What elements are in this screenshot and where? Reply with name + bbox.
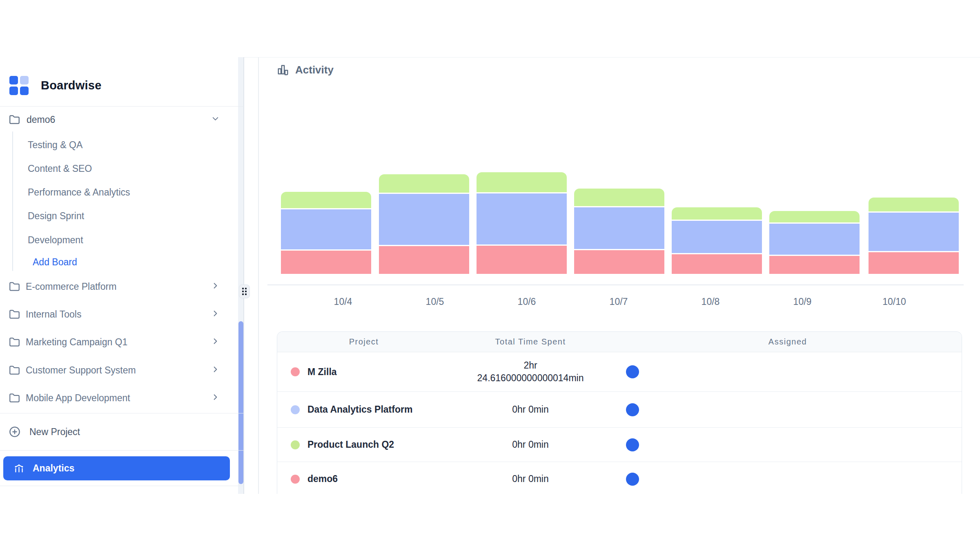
project-name: M Zilla <box>307 352 337 391</box>
bar-segment-10/6-product-launch-q2 <box>477 172 567 192</box>
x-axis-label: 10/4 <box>318 296 368 307</box>
project-name: Product Launch Q2 <box>307 428 394 462</box>
bar-segment-10/8-m-zilla <box>672 254 762 274</box>
table-header-row: ProjectTotal Time SpentAssigned <box>277 332 962 352</box>
folder-icon <box>9 337 20 348</box>
bar-segment-10/5-product-launch-q2 <box>379 174 469 193</box>
app-logo-row: Boardwise <box>9 75 101 96</box>
project-label: Mobile App Development <box>26 393 130 404</box>
x-axis-label: 10/8 <box>686 296 735 307</box>
new-project-label: New Project <box>29 427 80 438</box>
bar-segment-10/5-m-zilla <box>379 246 469 274</box>
bar-segment-10/4-product-launch-q2 <box>281 192 371 208</box>
bar-segment-10/8-data-analytics-platform <box>672 221 762 253</box>
board-label: Content & SEO <box>28 163 92 174</box>
chart-x-axis-line <box>267 284 964 285</box>
sidebar-item-analytics[interactable]: Analytics <box>3 456 230 480</box>
bar-segment-10/8-product-launch-q2 <box>672 207 762 220</box>
board-label: Design Sprint <box>28 211 84 222</box>
bar-segment-10/6-m-zilla <box>477 246 567 274</box>
bar-segment-10/6-data-analytics-platform <box>477 193 567 244</box>
boardwise-logo-icon <box>9 76 29 95</box>
activity-header: Activity <box>277 61 334 78</box>
project-label: Internal Tools <box>26 309 81 320</box>
sidebar-project-customer-support-system[interactable]: Customer Support System <box>0 361 237 379</box>
sidebar-divider <box>0 413 244 413</box>
sidebar-board-content-seo[interactable]: Content & SEO <box>0 160 237 178</box>
sidebar-divider <box>0 106 244 107</box>
project-label: demo6 <box>27 114 55 125</box>
x-axis-label: 10/9 <box>778 296 827 307</box>
x-axis-label: 10/10 <box>870 296 919 307</box>
column-header-total-time-spent: Total Time Spent <box>495 332 566 352</box>
folder-icon <box>9 309 20 320</box>
board-label: Performance & Analytics <box>28 187 130 198</box>
sidebar-board-development[interactable]: Development <box>0 231 237 249</box>
total-time-spent: 0hr 0min <box>469 392 592 427</box>
chevron-right-icon[interactable] <box>211 365 220 376</box>
bar-segment-10/9-data-analytics-platform <box>769 224 860 255</box>
project-label: Customer Support System <box>26 365 136 376</box>
sidebar-right-border <box>243 57 244 494</box>
project-label: E-commerce Platform <box>26 281 116 292</box>
bar-segment-10/9-product-launch-q2 <box>769 211 860 222</box>
bar-segment-10/7-data-analytics-platform <box>574 207 664 249</box>
bar-segment-10/4-m-zilla <box>281 251 371 274</box>
sidebar-project-mobile-app-development[interactable]: Mobile App Development <box>0 389 237 407</box>
board-label: Development <box>28 235 83 246</box>
board-label: Testing & QA <box>28 140 82 151</box>
project-color-dot <box>291 475 300 484</box>
total-time-spent: 2hr24.616000000000014min <box>469 352 592 391</box>
chevron-right-icon[interactable] <box>211 309 220 320</box>
table-row-m-zilla: M Zilla 2hr24.616000000000014min <box>277 352 962 392</box>
total-time-spent: 0hr 0min <box>469 462 592 494</box>
sidebar-resize-handle[interactable] <box>239 284 250 298</box>
bar-segment-10/10-product-launch-q2 <box>869 198 959 211</box>
sidebar-board-performance-analytics[interactable]: Performance & Analytics <box>0 183 237 201</box>
column-header-assigned: Assigned <box>768 332 807 352</box>
project-name: demo6 <box>307 462 338 494</box>
x-axis-label: 10/5 <box>410 296 459 307</box>
new-project-button[interactable]: New Project <box>0 423 237 441</box>
chevron-right-icon[interactable] <box>211 281 220 292</box>
column-header-project: Project <box>349 332 379 352</box>
sidebar-project-e-commerce-platform[interactable]: E-commerce Platform <box>0 278 237 295</box>
assignee-avatar <box>626 365 639 378</box>
analytics-label: Analytics <box>33 463 74 474</box>
project-color-dot <box>291 440 300 449</box>
sidebar-scrollbar-thumb[interactable] <box>238 321 243 484</box>
bar-segment-10/4-data-analytics-platform <box>281 209 371 249</box>
plus-circle-icon <box>9 426 20 438</box>
x-axis-label: 10/6 <box>502 296 551 307</box>
folder-icon <box>9 114 20 125</box>
sidebar-divider <box>0 450 244 451</box>
add-board-label: Add Board <box>33 257 77 268</box>
sidebar-divider <box>0 486 244 486</box>
project-color-dot <box>291 405 300 414</box>
x-axis-label: 10/7 <box>594 296 643 307</box>
project-name: Data Analytics Platform <box>307 392 412 427</box>
brand-name: Boardwise <box>41 79 101 92</box>
assignee-avatar <box>626 438 639 451</box>
bar-chart-icon <box>277 64 289 76</box>
assignee-avatar <box>626 473 639 486</box>
chevron-right-icon[interactable] <box>211 393 220 404</box>
sidebar-board-testing-qa[interactable]: Testing & QA <box>0 136 237 154</box>
folder-icon <box>9 393 20 404</box>
table-row-demo6: demo6 0hr 0min <box>277 462 962 494</box>
table-row-data-analytics-platform: Data Analytics Platform 0hr 0min <box>277 392 962 428</box>
chevron-down-icon[interactable] <box>211 114 220 125</box>
total-time-spent: 0hr 0min <box>469 428 592 462</box>
bar-segment-10/10-m-zilla <box>869 252 959 274</box>
sidebar-board-design-sprint[interactable]: Design Sprint <box>0 207 237 225</box>
project-color-dot <box>291 367 300 376</box>
sidebar-project-internal-tools[interactable]: Internal Tools <box>0 305 237 323</box>
folder-icon <box>9 281 20 292</box>
sidebar-project-marketing-campaign-q1[interactable]: Marketing Campaign Q1 <box>0 333 237 351</box>
sidebar-project-demo6[interactable]: demo6 <box>0 111 237 129</box>
chevron-right-icon[interactable] <box>211 337 220 348</box>
add-board-button[interactable]: Add Board <box>0 253 237 271</box>
bar-segment-10/7-product-launch-q2 <box>574 189 664 206</box>
analytics-chart-icon <box>13 463 24 474</box>
content-left-border <box>258 57 259 494</box>
